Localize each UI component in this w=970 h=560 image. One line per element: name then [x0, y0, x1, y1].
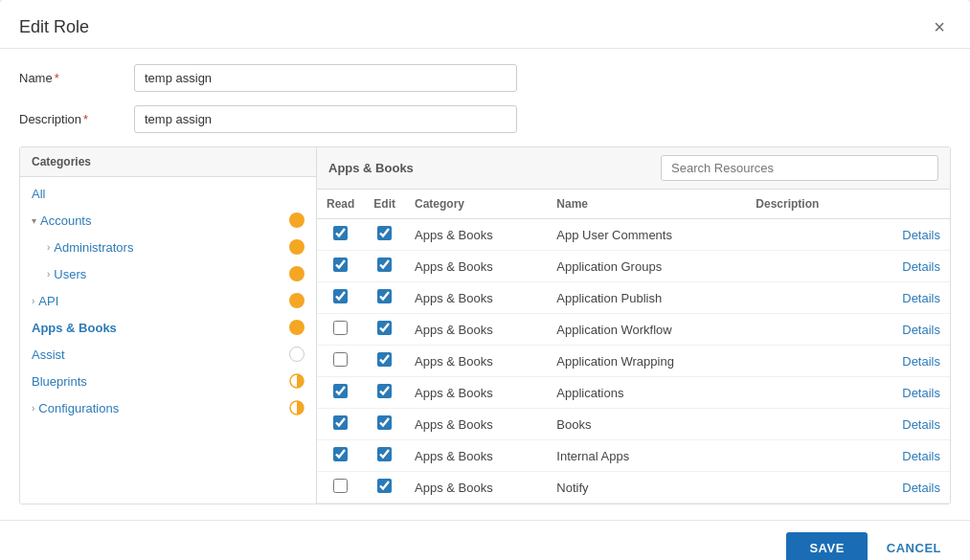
row-category: Apps & Books [405, 472, 547, 504]
read-checkbox[interactable] [333, 479, 348, 493]
row-name: Internal Apps [547, 440, 746, 472]
details-link[interactable]: Details [902, 228, 940, 242]
sidebar-label-assist: Assist [32, 347, 65, 362]
details-link[interactable]: Details [902, 259, 940, 274]
col-details [867, 190, 950, 219]
name-required: * [55, 71, 59, 85]
row-category: Apps & Books [405, 440, 547, 472]
row-description [746, 472, 866, 504]
sidebar-label-all: All [32, 187, 45, 201]
row-description [746, 251, 866, 282]
col-category: Category [405, 190, 547, 219]
row-category: Apps & Books [405, 409, 547, 440]
close-button[interactable]: × [928, 15, 951, 38]
col-description: Description [746, 190, 866, 219]
content-area: Categories All ▾ Accounts [19, 146, 951, 504]
details-link[interactable]: Details [902, 291, 940, 305]
cancel-button[interactable]: CANCEL [877, 532, 951, 560]
edit-checkbox[interactable] [377, 258, 392, 272]
sidebar-item-accounts[interactable]: ▾ Accounts [20, 207, 316, 234]
read-checkbox[interactable] [333, 415, 348, 430]
table-row: Apps & BooksApplication PublishDetails [317, 282, 950, 314]
read-checkbox[interactable] [333, 258, 348, 272]
table-row: Apps & BooksApplication WorkflowDetails [317, 314, 950, 346]
edit-role-modal: Edit Role × Name* Description* Categorie… [0, 0, 970, 560]
edit-checkbox[interactable] [377, 384, 392, 398]
row-name: Application Groups [547, 251, 746, 282]
row-description [746, 346, 866, 377]
description-label: Description* [19, 112, 134, 126]
sidebar-item-all[interactable]: All [20, 181, 316, 207]
sidebar-item-apps-books[interactable]: Apps & Books [20, 314, 316, 341]
save-button[interactable]: SAVE [786, 532, 867, 560]
search-resources-input[interactable] [661, 155, 938, 181]
row-name: Notify [547, 472, 746, 504]
sidebar-item-administrators[interactable]: › Administrators [20, 234, 316, 260]
status-circle-accounts [289, 213, 305, 228]
sidebar-item-configurations[interactable]: › Configurations [20, 394, 316, 421]
resources-table: Read Edit Category Name Description Apps… [317, 190, 950, 504]
read-checkbox[interactable] [333, 384, 348, 398]
edit-checkbox[interactable] [377, 479, 392, 493]
categories-panel: Categories All ▾ Accounts [20, 147, 317, 504]
details-link[interactable]: Details [902, 323, 940, 337]
read-checkbox[interactable] [333, 226, 348, 240]
read-checkbox[interactable] [333, 447, 348, 461]
row-category: Apps & Books [405, 219, 547, 251]
edit-checkbox[interactable] [377, 447, 392, 461]
table-row: Apps & BooksApplication GroupsDetails [317, 251, 950, 282]
edit-checkbox[interactable] [377, 226, 392, 240]
table-row: Apps & BooksNotifyDetails [317, 472, 950, 504]
row-name: Applications [547, 377, 746, 409]
table-row: Apps & BooksApplication WrappingDetails [317, 346, 950, 377]
sidebar-label-api: API [38, 294, 58, 308]
description-input[interactable] [134, 105, 517, 133]
table-row: Apps & BooksInternal AppsDetails [317, 440, 950, 472]
name-label: Name* [19, 71, 134, 85]
row-category: Apps & Books [405, 282, 547, 314]
sidebar-label-configurations: Configurations [38, 401, 119, 415]
details-link[interactable]: Details [902, 481, 940, 495]
name-input[interactable] [134, 64, 517, 92]
sidebar-item-blueprints[interactable]: Blueprints [20, 368, 316, 394]
row-description [746, 219, 866, 251]
read-checkbox[interactable] [333, 289, 348, 303]
sidebar-item-api[interactable]: › API [20, 287, 316, 314]
row-name: Books [547, 409, 746, 440]
chevron-right-icon: › [47, 242, 50, 253]
details-link[interactable]: Details [902, 449, 940, 463]
edit-checkbox[interactable] [377, 352, 392, 367]
sidebar-label-blueprints: Blueprints [32, 374, 87, 389]
sidebar-item-assist[interactable]: Assist [20, 341, 316, 368]
status-circle-administrators [289, 239, 305, 255]
edit-checkbox[interactable] [377, 289, 392, 303]
row-name: Application Workflow [547, 314, 746, 346]
row-description [746, 440, 866, 472]
col-read: Read [317, 190, 364, 219]
col-edit: Edit [364, 190, 405, 219]
table-row: Apps & BooksApp User CommentsDetails [317, 219, 950, 251]
description-row: Description* [19, 105, 951, 133]
sidebar-label-apps-books: Apps & Books [32, 321, 117, 335]
read-checkbox[interactable] [333, 352, 348, 367]
sidebar-label-users: Users [54, 267, 86, 281]
details-link[interactable]: Details [902, 354, 940, 369]
desc-required: * [83, 112, 88, 126]
col-name: Name [547, 190, 746, 219]
row-description [746, 409, 866, 440]
table-row: Apps & BooksBooksDetails [317, 409, 950, 440]
sidebar-item-users[interactable]: › Users [20, 260, 316, 287]
details-link[interactable]: Details [902, 386, 940, 400]
edit-checkbox[interactable] [377, 415, 392, 430]
modal-title: Edit Role [19, 17, 89, 37]
details-link[interactable]: Details [902, 417, 940, 432]
chevron-right-icon-api: › [32, 296, 34, 306]
status-circle-blueprints [289, 373, 305, 389]
status-circle-apps-books [289, 320, 305, 335]
categories-header: Categories [20, 147, 316, 177]
edit-checkbox[interactable] [377, 321, 392, 335]
status-circle-assist [289, 347, 305, 362]
row-name: Application Wrapping [547, 346, 746, 377]
read-checkbox[interactable] [333, 321, 348, 335]
categories-list: All ▾ Accounts › [20, 177, 316, 504]
